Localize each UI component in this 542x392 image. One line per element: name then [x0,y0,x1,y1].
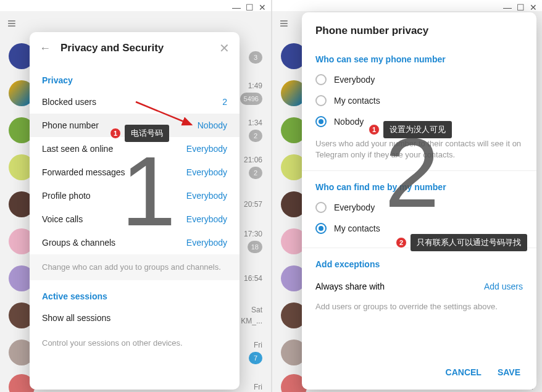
annotation-tooltip: 只有联系人可以通过号码寻找 [411,234,527,251]
modal-title: Privacy and Security [60,42,209,54]
annotation-badge: 1 [110,128,121,139]
privacy-section-header: Privacy [30,64,240,90]
radio-label: Everybody [334,202,375,212]
blocked-users-row[interactable]: Blocked users2 [30,90,240,114]
row-value: Nobody [198,120,227,130]
row-label: Groups & channels [42,238,115,248]
exceptions-hint: Add users or groups to override the sett… [302,299,536,322]
option-my-contacts[interactable]: My contacts [302,90,536,111]
row-value: Everybody [186,191,227,201]
phone-number-privacy-modal: Phone number privacy Who can see my phon… [302,12,536,390]
option-everybody-find[interactable]: Everybody [302,197,536,218]
radio-label: My contacts [334,223,380,233]
radio-icon [315,223,327,234]
sessions-hint: Control your sessions on other devices. [30,330,240,359]
radio-label: Nobody [334,117,364,127]
row-label: Blocked users [42,97,96,107]
row-value: Everybody [186,238,227,248]
add-users-link[interactable]: Add users [484,281,523,291]
option-everybody[interactable]: Everybody [302,69,536,90]
add-exceptions-header: Add exceptions [302,248,536,274]
annotation-badge: 2 [396,237,407,248]
radio-icon [315,116,327,127]
annotation-tooltip: 电话号码 [125,125,169,142]
row-label: Always share with [315,281,385,291]
radio-icon [315,95,327,106]
row-label: Profile photo [42,191,91,201]
row-value: Everybody [186,214,227,224]
always-share-row[interactable]: Always share withAdd users [302,274,536,299]
radio-label: My contacts [334,96,380,106]
who-can-see-header: Who can see my phone number [302,43,536,69]
privacy-security-modal: ← Privacy and Security ✕ Privacy Blocked… [30,32,240,390]
who-can-find-header: Who can find me by my number [302,171,536,197]
profile-photo-row[interactable]: Profile photoEverybody [30,184,240,207]
active-sessions-header: Active sessions [30,280,240,306]
radio-icon [315,74,327,85]
row-label: Voice calls [42,214,83,224]
back-icon[interactable]: ← [40,42,51,55]
cancel-button[interactable]: CANCEL [446,367,482,377]
radio-icon [315,202,327,213]
row-label: Last seen & online [42,144,113,154]
modal-title: Phone number privacy [302,12,536,43]
save-button[interactable]: SAVE [498,367,520,377]
row-value: Everybody [186,167,227,177]
radio-label: Everybody [334,75,375,85]
annotation-badge: 1 [369,124,380,135]
close-icon[interactable]: ✕ [219,41,230,56]
annotation-tooltip: 设置为没人可见 [383,121,452,138]
row-label: Phone number [42,120,99,130]
show-all-sessions-row[interactable]: Show all sessions [30,306,240,330]
groups-channels-row[interactable]: Groups & channelsEverybody [30,231,240,254]
voice-calls-row[interactable]: Voice callsEverybody [30,207,240,231]
forwarded-messages-row[interactable]: Forwarded messagesEverybody [30,161,240,184]
groups-hint: Change who can add you to groups and cha… [30,254,240,280]
row-value: 2 [222,97,227,107]
row-label: Show all sessions [42,313,110,323]
row-label: Forwarded messages [42,167,125,177]
row-value: Everybody [186,144,227,154]
